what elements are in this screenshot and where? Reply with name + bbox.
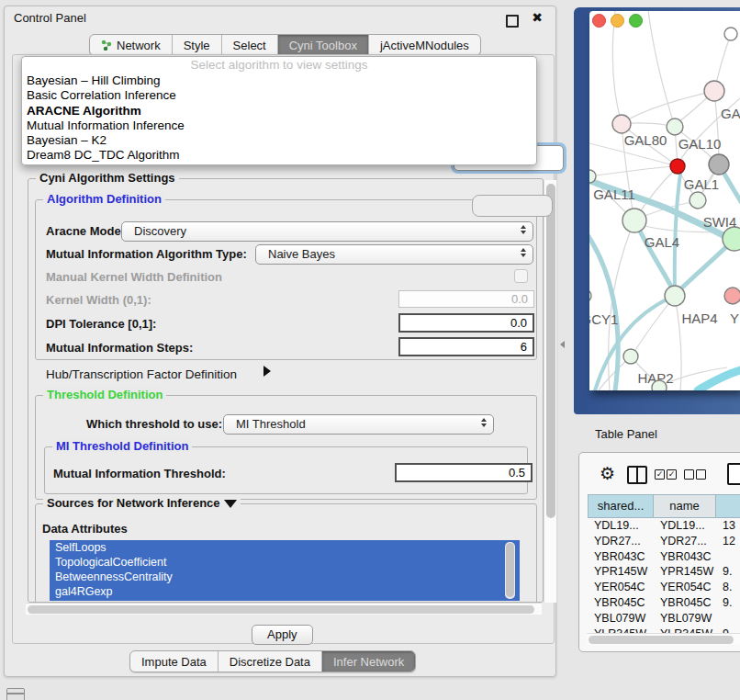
network-node-gal10[interactable] <box>667 119 683 135</box>
table-row[interactable]: YBR043CYBR043C <box>588 549 740 565</box>
table-header-cell[interactable]: name <box>654 494 716 518</box>
network-canvas[interactable]: GALGAL80GAL10GAL11GAL1SWI4GAL4GCY1HAP4YH… <box>589 11 740 390</box>
table-row[interactable]: YDL19...YDL19...13 <box>588 518 740 534</box>
mi-steps-label: Mutual Information Steps: <box>46 341 193 355</box>
table-row[interactable]: YBL079WYBL079W <box>588 611 740 627</box>
tab-jactivemnodules[interactable]: jActiveMNodules <box>369 35 480 55</box>
kernel-width-field[interactable]: 0.0 <box>398 290 534 308</box>
network-node-hap4[interactable] <box>665 286 685 306</box>
network-node-gal[interactable] <box>704 81 724 101</box>
float-window-icon[interactable] <box>506 15 519 28</box>
network-node[interactable] <box>670 159 685 174</box>
data-attributes-list[interactable]: SelfLoopsTopologicalCoefficientBetweenne… <box>50 540 520 601</box>
network-node-label: GCY1 <box>589 311 618 327</box>
aracne-mode-combobox[interactable]: Discovery <box>121 221 533 242</box>
minimized-panel-icon[interactable] <box>6 688 25 700</box>
mi-threshold-field[interactable]: 0.5 <box>395 463 533 482</box>
tab-label: Discretize Data <box>230 655 310 669</box>
checkbox-checked-icon[interactable]: ✓ <box>667 469 677 480</box>
table-row[interactable]: YER054CYER054C8. <box>588 580 740 595</box>
attribute-list-scrollbar[interactable] <box>505 542 515 599</box>
checkbox-checked-icon[interactable]: ✓ <box>655 469 665 480</box>
dropdown-item[interactable]: Basic Correlation Inference <box>22 88 536 103</box>
network-node-gal1[interactable] <box>690 192 706 209</box>
collapse-down-icon[interactable] <box>224 500 237 508</box>
mi-algorithm-type-combobox[interactable]: Naive Bayes <box>255 244 533 265</box>
table-horizontal-scrollbar[interactable] <box>587 633 740 645</box>
table-panel-window: ⚙ ✓ ✓ shared...name YDL19...YDL19...13YD… <box>578 452 740 652</box>
dropdown-item[interactable]: Dream8 DC_TDC Algorithm <box>22 148 536 163</box>
attribute-list-item[interactable]: SelfLoops <box>50 540 520 555</box>
table-cell: YDL19... <box>588 518 654 534</box>
document-icon[interactable] <box>727 463 740 485</box>
checkbox-unchecked-icon[interactable] <box>684 469 694 480</box>
tab-select[interactable]: Select <box>222 35 278 55</box>
close-window-icon[interactable]: ✖ <box>532 10 543 25</box>
apply-button[interactable]: Apply <box>252 625 313 645</box>
table-row[interactable]: YPR145WYPR145W9. <box>588 564 740 580</box>
tab-label: Network <box>117 39 161 52</box>
dropdown-item[interactable]: Mutual Information Inference <box>22 119 536 133</box>
combo-stepper-icon <box>521 248 526 257</box>
table-cell: 9. <box>716 564 740 580</box>
tab-style[interactable]: Style <box>173 35 222 55</box>
threshold-definition-title: Threshold Definition <box>43 388 166 401</box>
traffic-close-icon[interactable] <box>592 14 606 28</box>
network-node-gal4[interactable] <box>622 209 646 232</box>
settings-vertical-scrollbar[interactable] <box>544 180 556 603</box>
network-view-frame: GALGAL80GAL10GAL11GAL1SWI4GAL4GCY1HAP4YH… <box>574 7 740 414</box>
network-node-y[interactable] <box>724 288 740 304</box>
table-cell: 12 <box>716 534 740 549</box>
attribute-list-item[interactable]: gal4RGexp <box>50 584 520 599</box>
mi-steps-field[interactable]: 6 <box>398 337 534 356</box>
traffic-zoom-icon[interactable] <box>629 14 643 28</box>
network-node[interactable] <box>709 154 729 175</box>
tab-infer-network[interactable]: Infer Network <box>322 651 415 672</box>
dropdown-item[interactable]: Bayesian – Hill Climbing <box>22 73 536 88</box>
gear-icon[interactable]: ⚙ <box>600 465 615 482</box>
table-cell: YBR043C <box>654 549 716 565</box>
table-cell: YER054C <box>588 580 654 595</box>
table-header-cell[interactable] <box>716 494 740 518</box>
table-header-cell[interactable]: shared... <box>588 494 654 518</box>
algorithm-dropdown: Select algorithm to view settings Bayesi… <box>21 56 537 165</box>
columns-icon[interactable] <box>627 466 647 484</box>
settings-horizontal-scrollbar[interactable] <box>26 603 542 615</box>
panel-divider-collapse-icon[interactable] <box>560 341 565 348</box>
tab-discretize-data[interactable]: Discretize Data <box>219 651 322 672</box>
table-cell: YDR27... <box>588 534 654 549</box>
tab-cyni-toolbox[interactable]: Cyni Toolbox <box>278 35 369 55</box>
attribute-list-item[interactable]: TopologicalCoefficient <box>50 555 520 570</box>
dropdown-item[interactable]: Bayesian – K2 <box>22 133 536 148</box>
network-node-swi4[interactable] <box>723 227 740 251</box>
table-row[interactable]: YBR045CYBR045C9. <box>588 595 740 611</box>
which-threshold-value: MI Threshold <box>236 417 306 431</box>
table-body[interactable]: YDL19...YDL19...13YDR27...YDR27...12YBR0… <box>588 518 740 644</box>
node-table: shared...name YDL19...YDL19...13YDR27...… <box>588 494 740 644</box>
network-node-gal80[interactable] <box>612 115 631 133</box>
network-node-hap2[interactable] <box>623 349 638 364</box>
hub-definition-label[interactable]: Hub/Transcription Factor Definition <box>46 367 237 381</box>
tab-network[interactable]: Network <box>90 35 173 55</box>
network-node-label: GAL4 <box>645 234 679 250</box>
dpi-tolerance-field[interactable]: 0.0 <box>398 313 534 333</box>
network-view-window[interactable]: GALGAL80GAL10GAL11GAL1SWI4GAL4GCY1HAP4YH… <box>589 11 740 390</box>
tab-impute-data[interactable]: Impute Data <box>130 651 219 672</box>
attribute-list-item[interactable]: BetweennessCentrality <box>50 570 520 584</box>
manual-kernel-width-checkbox[interactable] <box>514 269 528 283</box>
which-threshold-combobox[interactable]: MI Threshold <box>223 414 494 435</box>
network-node[interactable] <box>652 380 667 390</box>
expand-right-icon[interactable] <box>263 366 271 377</box>
network-node-label: SWI4 <box>703 214 737 230</box>
table-row[interactable]: YDR27...YDR27...12 <box>588 534 740 549</box>
table-header-row[interactable]: shared...name <box>588 494 740 518</box>
network-node-label: GAL <box>721 106 740 121</box>
network-node-gcy1[interactable] <box>589 289 591 302</box>
table-cell <box>716 611 740 627</box>
aracne-mode-value: Discovery <box>134 224 186 238</box>
traffic-minimize-icon[interactable] <box>611 14 624 28</box>
network-node[interactable] <box>724 28 737 40</box>
checkbox-unchecked-icon[interactable] <box>696 469 706 480</box>
dropdown-item[interactable]: ARACNE Algorithm <box>22 104 536 119</box>
network-node-label: HAP4 <box>681 310 717 326</box>
